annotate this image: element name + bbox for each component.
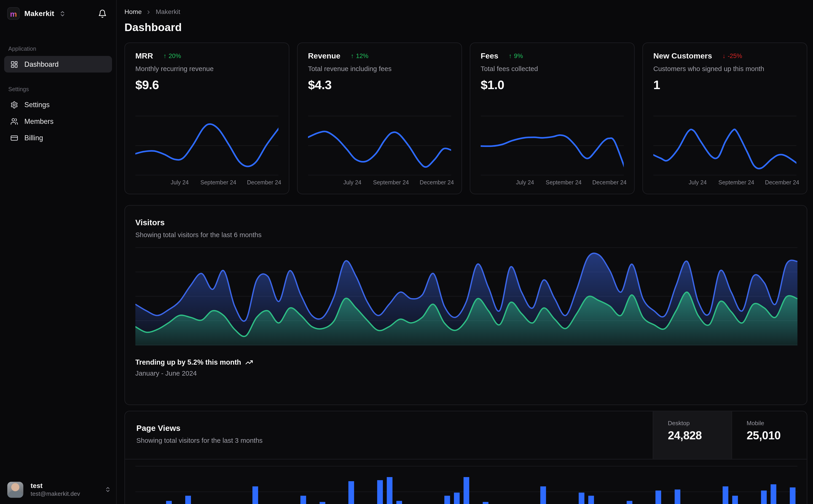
visitors-footer: Trending up by 5.2% this month <box>135 358 797 366</box>
stat-title: Revenue <box>308 51 341 60</box>
visitors-title: Visitors <box>135 218 797 227</box>
credit-card-icon <box>10 134 18 142</box>
app-root: m Makerkit Application Dashboard Setting… <box>0 0 813 504</box>
visitors-period: January - June 2024 <box>135 369 797 377</box>
user-email: test@makerkit.dev <box>31 490 105 498</box>
users-icon <box>10 117 18 125</box>
breadcrumb-home-link[interactable]: Home <box>124 8 142 16</box>
chevrons-up-down-icon <box>59 10 66 17</box>
stat-value: $1.0 <box>481 78 624 92</box>
stat-value: $4.3 <box>308 78 451 92</box>
trend-badge: ↑9% <box>509 52 523 59</box>
sidebar-header: m Makerkit <box>4 0 112 27</box>
stat-subtitle: Customers who signed up this month <box>654 65 797 72</box>
notifications-button[interactable] <box>96 7 109 20</box>
sidebar-item-settings[interactable]: Settings <box>4 96 112 113</box>
stat-card-revenue: Revenue ↑12% Total revenue including fee… <box>297 42 462 194</box>
visitors-area-chart <box>135 247 797 345</box>
sidebar-item-dashboard[interactable]: Dashboard <box>4 56 112 73</box>
sidebar: m Makerkit Application Dashboard Setting… <box>0 0 117 504</box>
sparkline-chart: July 24 September 24 December 24 <box>308 116 451 188</box>
stat-subtitle: Total fees collected <box>481 65 624 72</box>
sparkline-chart: July 24 September 24 December 24 <box>481 116 624 188</box>
page-views-header: Page Views Showing total visitors for th… <box>125 411 807 459</box>
stat-card-new-customers: New Customers ↓-25% Customers who signed… <box>643 42 807 194</box>
bell-icon <box>98 9 107 18</box>
sidebar-item-members[interactable]: Members <box>4 113 112 130</box>
logo-letter: m <box>10 10 17 17</box>
sidebar-item-label: Billing <box>24 134 43 142</box>
user-menu[interactable]: test test@makerkit.dev <box>7 482 111 498</box>
sidebar-item-label: Dashboard <box>24 60 59 68</box>
stat-title: Fees <box>481 51 498 60</box>
page-views-subtitle: Showing total visitors for the last 3 mo… <box>136 437 653 444</box>
x-axis-labels: July 24 September 24 December 24 <box>481 179 624 187</box>
sidebar-item-label: Settings <box>24 101 50 109</box>
stat-card-mrr: MRR ↑20% Monthly recurring revenue $9.6 … <box>124 42 289 194</box>
sidebar-item-label: Members <box>24 117 54 125</box>
page-views-title: Page Views <box>136 424 653 433</box>
stat-subtitle: Total revenue including fees <box>308 65 451 72</box>
user-avatar <box>7 482 23 498</box>
x-axis-labels: July 24 September 24 December 24 <box>308 179 451 187</box>
trending-up-icon <box>245 358 253 366</box>
sparkline-chart: July 24 September 24 December 24 <box>654 116 797 188</box>
stat-card-fees: Fees ↑9% Total fees collected $1.0 July … <box>470 42 635 194</box>
stat-value: 1 <box>654 78 797 92</box>
arrow-up-icon: ↑ <box>351 52 354 59</box>
chevron-right-icon <box>146 9 151 15</box>
trend-badge: ↓-25% <box>723 52 742 59</box>
makerkit-logo: m <box>7 7 20 20</box>
page-title: Dashboard <box>124 21 807 34</box>
stat-title: MRR <box>135 51 153 60</box>
trend-badge: ↑20% <box>163 52 181 59</box>
arrow-up-icon: ↑ <box>163 52 167 59</box>
section-label-application: Application <box>8 46 108 52</box>
arrow-up-icon: ↑ <box>509 52 512 59</box>
stat-subtitle: Monthly recurring revenue <box>135 65 279 72</box>
stat-cards-row: MRR ↑20% Monthly recurring revenue $9.6 … <box>124 42 807 194</box>
workspace-switcher[interactable]: m Makerkit <box>7 7 96 20</box>
visitors-card: Visitors Showing total visitors for the … <box>124 205 807 405</box>
visitors-subtitle: Showing total visitors for the last 6 mo… <box>135 231 797 239</box>
stat-title: New Customers <box>654 51 712 60</box>
sidebar-item-billing[interactable]: Billing <box>4 130 112 146</box>
arrow-down-icon: ↓ <box>723 52 726 59</box>
chevrons-up-down-icon <box>105 487 111 493</box>
sparkline-chart: July 24 September 24 December 24 <box>135 116 279 188</box>
x-axis-labels: July 24 September 24 December 24 <box>135 179 279 187</box>
stat-value: $9.6 <box>135 78 279 92</box>
toggle-desktop[interactable]: Desktop 24,828 <box>653 411 732 459</box>
layout-dashboard-icon <box>10 60 18 68</box>
breadcrumb-current: Makerkit <box>156 8 180 16</box>
page-views-bar-chart <box>125 459 807 504</box>
x-axis-labels: July 24 September 24 December 24 <box>654 179 797 187</box>
sidebar-spacer <box>4 146 112 482</box>
page-views-card: Page Views Showing total visitors for th… <box>124 411 807 504</box>
gear-icon <box>10 101 18 109</box>
trend-badge: ↑12% <box>351 52 368 59</box>
main-content: Home Makerkit Dashboard MRR ↑20% Monthly… <box>117 0 813 504</box>
user-name: test <box>31 482 105 490</box>
breadcrumb: Home Makerkit <box>124 7 807 17</box>
section-label-settings: Settings <box>8 86 108 92</box>
workspace-name: Makerkit <box>24 9 54 18</box>
user-meta: test test@makerkit.dev <box>31 482 105 498</box>
toggle-mobile[interactable]: Mobile 25,010 <box>732 411 807 459</box>
